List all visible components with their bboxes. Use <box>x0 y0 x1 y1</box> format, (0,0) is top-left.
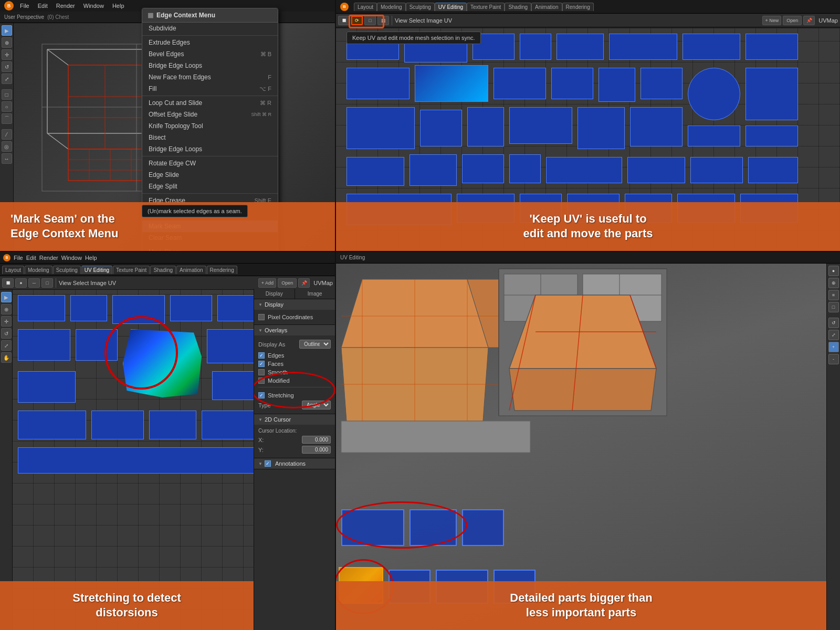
menu-subdivide[interactable]: Subdivide <box>142 23 278 34</box>
display-as-select[interactable]: Outline Checker <box>299 340 331 349</box>
menu-offset-edge[interactable]: Offset Edge Slide Shift ⌘ R <box>142 109 278 120</box>
menu-bridge-edge-loops-1[interactable]: Bridge Edge Loops <box>142 60 278 71</box>
overlays-header[interactable]: Overlays <box>254 325 335 335</box>
rotate-tool[interactable]: ↺ <box>2 61 12 72</box>
scale-tool[interactable]: ⤢ <box>2 74 12 84</box>
move-tool[interactable]: ✛ <box>2 49 12 60</box>
menu-render-bl[interactable]: Render <box>39 255 58 261</box>
menu-image-bl[interactable]: Image <box>90 280 107 286</box>
select-tool[interactable]: ▶ <box>2 25 12 36</box>
modified-checkbox[interactable] <box>258 377 265 384</box>
br-tool-1[interactable]: ● <box>828 266 839 276</box>
uv-tool-btn[interactable]: □ <box>364 16 376 25</box>
uv-move-tool[interactable]: ✛ <box>1 316 12 327</box>
ws-tab-layout-tr[interactable]: Layout <box>354 3 377 11</box>
menu-bridge-edge-loops-2[interactable]: Bridge Edge Loops <box>142 143 278 155</box>
menu-rotate-cw[interactable]: Rotate Edge CW <box>142 158 278 169</box>
lasso-tool[interactable]: ⌒ <box>2 113 12 124</box>
menu-bisect[interactable]: Bisect <box>142 132 278 143</box>
ws-tab-uvediting-bl[interactable]: UV Editing <box>81 266 112 274</box>
ws-tab-rendering-bl[interactable]: Rendering <box>207 266 237 274</box>
ws-tab-modeling-tr[interactable]: Modeling <box>377 3 406 11</box>
menu-uv-bl[interactable]: UV <box>108 280 116 286</box>
ws-tab-uvediting-tr[interactable]: UV Editing <box>435 3 467 11</box>
ws-tab-shading-bl[interactable]: Shading <box>150 266 176 274</box>
stretching-checkbox[interactable] <box>258 392 265 398</box>
uv-cursor-tool[interactable]: ⊕ <box>1 304 12 314</box>
menu-file-bl[interactable]: File <box>14 255 23 261</box>
br-tool-4[interactable]: □ <box>828 302 839 312</box>
ws-tab-modeling-bl[interactable]: Modeling <box>25 266 52 274</box>
cursor-tool[interactable]: ⊕ <box>2 37 12 48</box>
open-btn-tr[interactable]: Open <box>783 16 802 25</box>
measure-tool[interactable]: ↔ <box>2 153 12 164</box>
side-tab-display[interactable]: Display <box>254 289 295 299</box>
menu-new-face[interactable]: New Face from Edges F <box>142 71 278 83</box>
circle-select-tool[interactable]: ○ <box>2 101 12 112</box>
uv-mode-btn[interactable]: 🔲 <box>338 16 350 25</box>
menu-file[interactable]: File <box>18 2 32 10</box>
uv-mode-btn-bl[interactable]: 🔲 <box>2 278 14 288</box>
stretch-type-select[interactable]: Angle Area <box>302 401 331 410</box>
uv-select-tool[interactable]: ▶ <box>1 292 12 302</box>
br-tool-2[interactable]: ⊕ <box>828 278 839 288</box>
smooth-checkbox[interactable] <box>258 369 265 375</box>
box-select-tool[interactable]: □ <box>2 89 12 100</box>
ws-tab-shading-tr[interactable]: Shading <box>505 3 531 11</box>
ws-tab-sculpting-tr[interactable]: Sculpting <box>406 3 435 11</box>
uv-face-btn-bl[interactable]: □ <box>41 278 53 288</box>
ws-tab-texturepaint-bl[interactable]: Texture Paint <box>113 266 150 274</box>
pin-btn-bl[interactable]: 📌 <box>298 278 310 288</box>
x-input[interactable]: 0.000 <box>302 436 331 444</box>
menu-window-bl[interactable]: Window <box>61 255 82 261</box>
loop-cut-tool[interactable]: ◎ <box>2 141 12 152</box>
open-btn-bl[interactable]: Open <box>278 278 297 288</box>
display-header[interactable]: Display <box>254 299 335 310</box>
ws-tab-rendering-tr[interactable]: Rendering <box>562 3 594 11</box>
menu-select-bl[interactable]: Select <box>73 280 89 286</box>
add-btn-bl[interactable]: + Add <box>258 278 276 288</box>
ws-tab-texturepaint-tr[interactable]: Texture Paint <box>467 3 505 11</box>
menu-edit[interactable]: Edit <box>36 2 50 10</box>
annotations-header[interactable]: Annotations <box>254 458 335 469</box>
cursor-header[interactable]: 2D Cursor <box>254 414 335 425</box>
new-btn-tr[interactable]: + New <box>762 16 781 25</box>
ws-tab-animation-bl[interactable]: Animation <box>176 266 206 274</box>
uv-scale-tool[interactable]: ⤢ <box>1 340 12 351</box>
br-tool-3[interactable]: ≡ <box>828 290 839 300</box>
edges-checkbox[interactable] <box>258 352 265 359</box>
uv-grab-tool[interactable]: ✋ <box>1 352 12 363</box>
menu-edit-bl[interactable]: Edit <box>26 255 36 261</box>
br-tool-6[interactable]: ⤢ <box>828 330 839 340</box>
menu-knife-topology[interactable]: Knife Topology Tool <box>142 120 278 132</box>
menu-image-tr[interactable]: Image <box>426 17 443 24</box>
menu-edge-slide[interactable]: Edge Slide <box>142 169 278 181</box>
menu-help[interactable]: Help <box>110 2 127 10</box>
menu-view-tr[interactable]: View <box>395 17 407 24</box>
uv-edge-btn-bl[interactable]: ─ <box>28 278 40 288</box>
ws-tab-animation-tr[interactable]: Animation <box>531 3 562 11</box>
uv-sync-btn[interactable]: ⟳ <box>351 16 363 25</box>
menu-extrude-edges[interactable]: Extrude Edges <box>142 37 278 48</box>
menu-render[interactable]: Render <box>54 2 77 10</box>
menu-view-bl[interactable]: View <box>59 280 71 286</box>
side-tab-image[interactable]: Image <box>295 289 335 299</box>
ws-tab-layout-bl[interactable]: Layout <box>2 266 24 274</box>
annotations-checkbox[interactable] <box>265 460 271 467</box>
pixel-coords-checkbox[interactable] <box>258 314 265 320</box>
faces-checkbox[interactable] <box>258 361 265 367</box>
br-tool-8[interactable]: - <box>828 354 839 364</box>
y-input[interactable]: 0.000 <box>302 446 331 454</box>
menu-window[interactable]: Window <box>81 2 106 10</box>
pin-btn-tr[interactable]: 📌 <box>803 16 815 25</box>
knife-tool[interactable]: ∕ <box>2 129 12 140</box>
menu-edge-split[interactable]: Edge Split <box>142 181 278 192</box>
br-tool-7[interactable]: + <box>828 342 839 352</box>
menu-select-tr[interactable]: Select <box>409 17 425 24</box>
menu-help-bl[interactable]: Help <box>85 255 97 261</box>
br-tool-5[interactable]: ↺ <box>828 318 839 328</box>
menu-fill[interactable]: Fill ⌥ F <box>142 83 278 94</box>
uv-rotate-tool[interactable]: ↺ <box>1 328 12 339</box>
menu-loop-cut[interactable]: Loop Cut and Slide ⌘ R <box>142 97 278 109</box>
ws-tab-sculpting-bl[interactable]: Sculpting <box>53 266 81 274</box>
